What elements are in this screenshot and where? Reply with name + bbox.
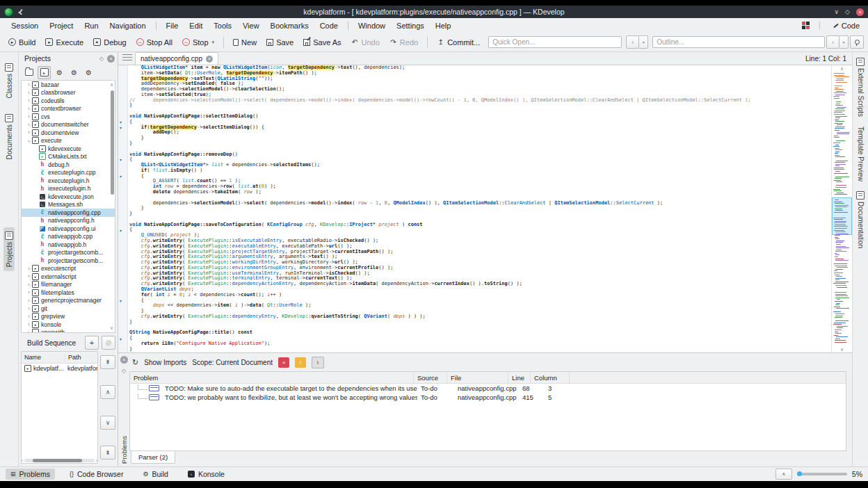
- tree-item-nativeappjob-h[interactable]: hnativeappjob.h: [22, 241, 115, 249]
- minimap-viewport[interactable]: [832, 197, 852, 235]
- chevron-right-icon[interactable]: ›: [26, 298, 32, 303]
- tree-item-git[interactable]: ›▸git: [22, 304, 115, 313]
- statusbar-tab-problems[interactable]: ⊞Problems: [6, 469, 55, 480]
- sidebar-tab-projects[interactable]: Projects: [3, 227, 15, 271]
- tree-item-nativeappconfig-h[interactable]: hnativeappconfig.h: [22, 217, 115, 225]
- fold-marker-icon[interactable]: ▾: [120, 229, 122, 233]
- chevron-down-icon[interactable]: ⌄: [26, 138, 32, 143]
- menu-run[interactable]: Run: [79, 20, 104, 31]
- tree-item-classbrowser[interactable]: ›▸classbrowser: [22, 89, 115, 97]
- gear-search-icon[interactable]: ⚙: [83, 67, 95, 79]
- chevron-right-icon[interactable]: ›: [26, 98, 32, 103]
- fold-marker-icon[interactable]: ▾: [120, 126, 122, 130]
- tree-item-kdevexecute-json[interactable]: ›_kdevexecute.json: [22, 193, 115, 201]
- problem-row[interactable]: TODO: Make sure to auto-add the executab…: [130, 384, 846, 393]
- right-tab-template-preview[interactable]: Template Preview: [857, 127, 865, 181]
- close-problems-icon[interactable]: ×: [120, 356, 128, 364]
- tree-item-projecttargetscomb[interactable]: c̈projecttargetscomb...: [22, 249, 115, 257]
- tree-item-executeplugin-h[interactable]: hexecuteplugin.h: [22, 177, 115, 185]
- save-button[interactable]: Save: [262, 36, 298, 49]
- save-as-button[interactable]: Save As: [299, 36, 345, 49]
- right-tab-documentation[interactable]: Documentation: [856, 191, 865, 248]
- right-tab-external-scripts[interactable]: External Scripts: [856, 58, 865, 117]
- menu-view[interactable]: View: [237, 20, 265, 31]
- tree-item-bazaar[interactable]: ›▸bazaar: [22, 81, 115, 89]
- float-problems-icon[interactable]: ◇: [122, 368, 126, 374]
- fold-marker-icon[interactable]: ▾: [120, 174, 122, 179]
- menu-file[interactable]: File: [161, 20, 184, 31]
- menu-help[interactable]: Help: [430, 20, 457, 31]
- tree-item-executeplugin-cpp[interactable]: c̈executeplugin.cpp: [22, 169, 115, 177]
- chevron-right-icon[interactable]: ›: [26, 122, 32, 127]
- tree-item-executescript[interactable]: ›▸executescript: [22, 265, 115, 273]
- sidebar-tab-classes[interactable]: Classes: [3, 59, 15, 103]
- back-dropdown[interactable]: ▾: [639, 35, 648, 49]
- new-button[interactable]: New: [229, 36, 261, 49]
- float-panel-icon[interactable]: ◇: [99, 56, 104, 62]
- tree-item-execute[interactable]: ⌄▸execute: [22, 137, 115, 145]
- move-down-button[interactable]: ∨: [100, 416, 115, 430]
- add-to-build-sequence-button[interactable]: +: [85, 336, 99, 350]
- editor-tab-nativeappconfig[interactable]: nativeappconfig.cpp ×: [135, 52, 218, 65]
- show-imports-button[interactable]: Show Imports: [144, 359, 186, 366]
- code-editor[interactable]: ▾▾▾▾▾▾▾ QListWidgetItem* item = new QLis…: [118, 65, 852, 352]
- hints-filter-icon[interactable]: i: [312, 357, 324, 368]
- document-list-icon[interactable]: [122, 54, 132, 63]
- gear-sync-icon[interactable]: ⚙: [68, 67, 80, 79]
- chevron-right-icon[interactable]: ›: [26, 266, 32, 271]
- fold-marker-icon[interactable]: ▾: [120, 299, 122, 303]
- close-panel-icon[interactable]: ×: [107, 55, 115, 63]
- redo-button[interactable]: Redo: [385, 36, 422, 49]
- pin-icon[interactable]: [17, 9, 24, 15]
- chevron-right-icon[interactable]: ›: [26, 274, 32, 279]
- parser-tab[interactable]: Parser (2): [131, 451, 175, 464]
- menu-session[interactable]: Session: [6, 20, 44, 31]
- chevron-right-icon[interactable]: ›: [26, 314, 32, 319]
- quick-open-input[interactable]: [488, 36, 622, 48]
- tree-item-nativeappconfig-cpp[interactable]: c̈nativeappconfig.cpp: [22, 209, 115, 217]
- fold-marker-icon[interactable]: ▾: [120, 120, 122, 124]
- tree-item-filetemplates[interactable]: ›▸filetemplates: [22, 288, 115, 297]
- menu-edit[interactable]: Edit: [184, 20, 208, 31]
- chevron-right-icon[interactable]: ›: [26, 282, 32, 287]
- tree-item-nativeappconfig-ui[interactable]: nativeappconfig.ui: [22, 225, 115, 233]
- debug-button[interactable]: Debug: [89, 36, 130, 49]
- tree-item-cvs[interactable]: ›▸cvs: [22, 113, 115, 121]
- menu-navigation[interactable]: Navigation: [104, 20, 152, 31]
- sidebar-tab-documents[interactable]: Documents: [3, 110, 15, 164]
- hscroll-left-icon[interactable]: ‹: [22, 458, 23, 463]
- column-header-problem[interactable]: Problem: [130, 372, 414, 383]
- chevron-right-icon[interactable]: ›: [26, 330, 32, 333]
- fold-marker-icon[interactable]: ▾: [120, 337, 122, 341]
- tree-item-contextbrowser[interactable]: ›▸contextbrowser: [22, 105, 115, 113]
- column-header-file[interactable]: File: [447, 372, 508, 383]
- undo-button[interactable]: Undo: [347, 36, 384, 49]
- column-header-name[interactable]: Name: [22, 354, 65, 361]
- forward-dropdown[interactable]: ▾: [839, 35, 849, 49]
- column-header-line[interactable]: Line: [508, 372, 531, 383]
- menu-settings[interactable]: Settings: [391, 20, 430, 31]
- chevron-right-icon[interactable]: ›: [26, 114, 32, 119]
- tree-item-kdevexecute[interactable]: ▸kdevexecute: [22, 145, 115, 153]
- statusbar-tab-build[interactable]: ⚙Build: [138, 469, 172, 480]
- build-sequence-row[interactable]: ▸kdevplatf... kdevplatform: [22, 364, 97, 373]
- tree-item-genericprojectmanager[interactable]: ›▸genericprojectmanager: [22, 297, 115, 305]
- chevron-right-icon[interactable]: ›: [26, 82, 32, 87]
- forward-button[interactable]: ›: [826, 35, 839, 49]
- column-header-source[interactable]: Source: [414, 372, 447, 383]
- statusbar-tab-konsole[interactable]: ›Konsole: [183, 469, 230, 480]
- tab-close-icon[interactable]: ×: [206, 56, 213, 63]
- hscrollbar[interactable]: [24, 459, 94, 462]
- tree-scroll-down-icon[interactable]: ∨: [110, 325, 113, 331]
- refresh-icon[interactable]: ↻: [132, 358, 138, 367]
- fold-marker-icon[interactable]: ▾: [120, 158, 122, 162]
- minimap-scrollbar[interactable]: ∧ ∨: [831, 65, 852, 352]
- hscroll-right-icon[interactable]: ›: [96, 458, 97, 463]
- close-button[interactable]: ×: [856, 8, 864, 16]
- scroll-down-icon[interactable]: ∨: [832, 347, 852, 352]
- tree-item-documentview[interactable]: ›▸documentview: [22, 129, 115, 137]
- tree-item-codeutils[interactable]: ›▸codeutils: [22, 97, 115, 105]
- open-folder-icon[interactable]: [23, 67, 35, 79]
- commit-button[interactable]: Commit...: [433, 36, 484, 49]
- column-header-path[interactable]: Path: [65, 354, 97, 361]
